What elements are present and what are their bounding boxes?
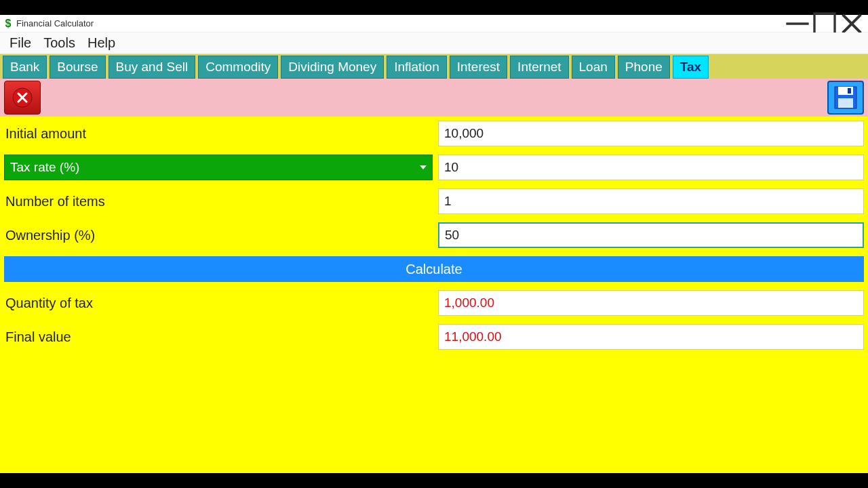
menubar: File Tools Help [0,33,868,54]
num-items-input[interactable]: 1 [438,188,864,214]
svg-rect-9 [848,88,851,94]
menu-file[interactable]: File [9,35,31,51]
clear-button[interactable] [4,81,41,115]
tab-bourse[interactable]: Bourse [50,56,105,79]
dollar-icon: $ [3,18,14,29]
svg-rect-1 [814,14,835,34]
window-title: Financial Calculator [16,18,94,28]
row-calculate: Calculate [4,256,864,282]
toolbar [0,79,868,117]
ownership-input[interactable]: 50 [438,222,864,248]
close-icon [12,87,33,108]
initial-amount-input[interactable]: 10,000 [438,121,864,146]
tabstrip: Bank Bourse Buy and Sell Commodity Divid… [0,54,868,79]
menu-help[interactable]: Help [87,35,115,51]
row-num-items: Number of items 1 [4,188,864,214]
close-window-button[interactable] [838,15,865,33]
form-area: Initial amount 10,000 Tax rate (%) 10 Nu… [0,117,868,473]
tab-tax[interactable]: Tax [673,56,709,79]
row-initial-amount: Initial amount 10,000 [4,121,864,146]
tab-interest[interactable]: Interest [450,56,507,79]
svg-rect-10 [838,98,853,108]
tab-phone[interactable]: Phone [618,56,670,79]
save-button[interactable] [827,81,864,115]
save-icon [833,85,859,110]
filler [4,358,864,473]
tab-loan[interactable]: Loan [572,56,615,79]
tab-bank[interactable]: Bank [3,56,47,79]
row-tax-rate: Tax rate (%) 10 [4,155,864,180]
tax-rate-input[interactable]: 10 [438,155,864,180]
quantity-tax-output: 1,000.00 [438,290,864,316]
final-value-label: Final value [4,324,433,350]
tab-inflation[interactable]: Inflation [387,56,447,79]
row-quantity-tax: Quantity of tax 1,000.00 [4,290,864,316]
initial-amount-label: Initial amount [4,121,433,146]
chevron-down-icon [420,165,427,169]
row-final-value: Final value 11,000.00 [4,324,864,350]
row-ownership: Ownership (%) 50 [4,222,864,248]
tab-internet[interactable]: Internet [510,56,568,79]
tab-commodity[interactable]: Commodity [198,56,278,79]
num-items-label: Number of items [4,188,433,214]
tax-rate-dropdown-label: Tax rate (%) [10,160,79,175]
final-value-output: 11,000.00 [438,324,864,350]
titlebar: $ Financial Calculator [0,15,868,33]
tab-buy-and-sell[interactable]: Buy and Sell [108,56,196,79]
tax-rate-dropdown[interactable]: Tax rate (%) [4,155,433,180]
minimize-button[interactable] [784,15,811,33]
quantity-tax-label: Quantity of tax [4,290,433,316]
app-window: $ Financial Calculator File Tools Help B… [0,15,868,473]
maximize-button[interactable] [811,15,838,33]
ownership-label: Ownership (%) [4,222,433,248]
tab-dividing-money[interactable]: Dividing Money [281,56,384,79]
menu-tools[interactable]: Tools [43,35,75,51]
calculate-button[interactable]: Calculate [4,256,864,282]
